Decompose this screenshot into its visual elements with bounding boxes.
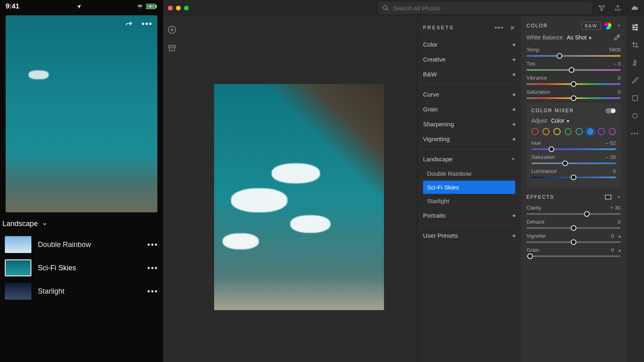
color-swatch-row <box>531 128 616 135</box>
color-wheel-icon[interactable] <box>604 22 611 29</box>
presets-more-icon[interactable]: ••• <box>495 24 504 31</box>
slider-track[interactable] <box>526 213 621 215</box>
preset-item-starlight[interactable]: Starlight <box>423 194 515 208</box>
bw-toggle[interactable]: B&W <box>581 22 601 30</box>
chevron-down-icon[interactable]: ▼ <box>617 195 621 199</box>
brush-icon[interactable] <box>630 76 640 85</box>
swatch-green[interactable] <box>565 128 572 135</box>
slider-tint[interactable]: Tint– 3 <box>526 61 621 71</box>
swatch-purple[interactable] <box>598 128 605 135</box>
more-tools-icon[interactable]: ••• <box>630 129 640 138</box>
slider-thumb[interactable] <box>557 53 562 59</box>
slider-saturation[interactable]: Saturation– 20 <box>531 154 616 164</box>
preset-category-landscape[interactable]: Landscape ▼ <box>423 152 515 167</box>
add-photo-button[interactable] <box>166 24 178 35</box>
swatch-red[interactable] <box>531 128 539 135</box>
maximize-window-icon[interactable] <box>184 6 189 10</box>
minimize-window-icon[interactable] <box>176 6 181 10</box>
slider-dehaze[interactable]: Dehaze0 <box>526 219 621 229</box>
preset-group-selector[interactable]: Landscape <box>0 212 163 233</box>
filter-icon[interactable] <box>598 4 605 12</box>
photo-canvas[interactable] <box>214 84 384 310</box>
preset-category-bw[interactable]: B&W◀ <box>423 67 515 82</box>
color-mixer-toggle[interactable] <box>605 108 616 113</box>
slider-thumb[interactable] <box>569 67 574 73</box>
preset-category-creative[interactable]: Creative◀ <box>423 52 515 67</box>
slider-track[interactable] <box>526 69 621 71</box>
slider-thumb[interactable] <box>571 225 576 231</box>
preset-more-icon[interactable]: ••• <box>147 240 158 249</box>
chevron-down-icon[interactable]: ▼ <box>617 24 621 28</box>
archive-button[interactable] <box>166 43 178 54</box>
preset-row-double-rainbow[interactable]: Double Rainbow ••• <box>2 233 161 256</box>
search-input[interactable] <box>378 2 592 14</box>
slider-thumb[interactable] <box>571 81 576 87</box>
slider-luminance[interactable]: Luminance0 <box>531 168 616 178</box>
slider-thumb[interactable] <box>571 175 576 180</box>
radial-gradient-icon[interactable] <box>630 111 640 121</box>
slider-thumb[interactable] <box>571 95 576 101</box>
slider-saturation[interactable]: Saturation0 <box>526 89 621 99</box>
preset-category-userpresets[interactable]: User Presets◀ <box>423 228 515 243</box>
swatch-blue[interactable] <box>587 128 594 135</box>
slider-thumb[interactable] <box>584 211 590 217</box>
preset-category-curve[interactable]: Curve◀ <box>423 87 515 102</box>
chevron-left-icon[interactable]: ◀ <box>618 234 621 239</box>
preset-row-starlight[interactable]: Starlight ••• <box>2 280 161 303</box>
slider-track[interactable] <box>531 162 616 164</box>
slider-vignette[interactable]: Vignette0 ◀ <box>526 233 621 243</box>
preset-category-portraits[interactable]: Portraits◀ <box>423 208 515 223</box>
preset-category-color[interactable]: Color◀ <box>423 37 515 52</box>
slider-thumb[interactable] <box>571 239 576 245</box>
slider-track[interactable] <box>531 177 616 178</box>
slider-thumb[interactable] <box>527 253 533 259</box>
slider-track[interactable] <box>526 241 621 243</box>
crop-icon[interactable] <box>630 40 640 50</box>
svg-rect-5 <box>169 45 175 47</box>
canvas-area[interactable] <box>181 16 417 362</box>
share-icon[interactable] <box>614 4 621 12</box>
slider-vibrance[interactable]: Vibrance0 <box>526 75 621 85</box>
share-arrow-icon[interactable] <box>124 20 134 28</box>
swatch-yellow[interactable] <box>553 128 561 135</box>
white-balance-value[interactable]: As Shot ▼ <box>567 34 592 41</box>
cloud-icon[interactable] <box>630 4 639 12</box>
slider-temp[interactable]: Temp5600 <box>526 47 621 57</box>
effects-title: EFFECTS <box>526 194 602 200</box>
preset-row-sci-fi-skies[interactable]: Sci-Fi Skies ••• <box>2 256 161 280</box>
slider-thumb[interactable] <box>562 160 568 166</box>
preset-category-vignetting[interactable]: Vignetting◀ <box>423 132 515 146</box>
slider-track[interactable] <box>531 148 616 150</box>
preset-more-icon[interactable]: ••• <box>147 287 158 296</box>
preset-more-icon[interactable]: ••• <box>147 263 158 273</box>
search-field[interactable] <box>393 5 588 12</box>
slider-hue[interactable]: Hue– 52 <box>531 140 616 150</box>
healing-brush-icon[interactable] <box>630 58 640 68</box>
slider-track[interactable] <box>526 227 621 229</box>
split-tone-icon[interactable] <box>605 195 611 200</box>
close-window-icon[interactable] <box>168 6 173 10</box>
slider-track[interactable] <box>526 97 621 99</box>
slider-track[interactable] <box>526 55 621 57</box>
slider-track[interactable] <box>526 83 621 85</box>
preset-item-sci-fi-skies[interactable]: Sci-Fi Skies <box>423 181 515 194</box>
preset-category-sharpening[interactable]: Sharpening◀ <box>423 117 515 132</box>
more-icon[interactable]: ••• <box>142 19 153 29</box>
swatch-orange[interactable] <box>543 128 550 135</box>
slider-clarity[interactable]: Clarity+ 30 <box>526 205 621 215</box>
swatch-magenta[interactable] <box>609 128 616 135</box>
linear-gradient-icon[interactable] <box>630 93 640 103</box>
adjust-value[interactable]: Color ▼ <box>551 117 570 124</box>
preset-category-grain[interactable]: Grain◀ <box>423 102 515 117</box>
chevron-left-icon[interactable]: ◀ <box>618 249 621 253</box>
close-presets-icon[interactable] <box>510 25 515 31</box>
edit-sliders-icon[interactable] <box>630 23 640 32</box>
preset-item-double-rainbow[interactable]: Double Rainbow <box>423 167 515 180</box>
slider-track[interactable] <box>526 255 621 257</box>
slider-grain[interactable]: Grain0 ◀ <box>526 247 621 257</box>
swatch-aqua[interactable] <box>576 128 583 135</box>
eyedropper-icon[interactable] <box>613 34 621 41</box>
slider-thumb[interactable] <box>549 146 554 152</box>
window-controls[interactable] <box>168 6 189 10</box>
mobile-image-preview[interactable]: ••• <box>6 15 157 212</box>
